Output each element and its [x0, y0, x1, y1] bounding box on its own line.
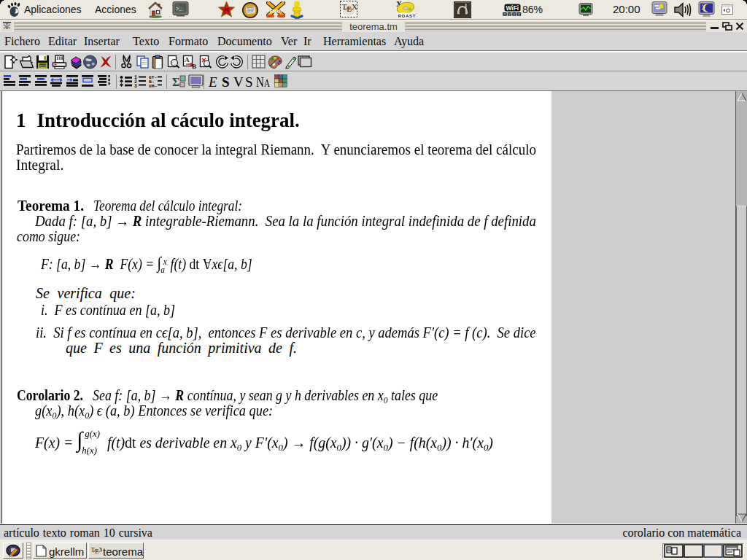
- svg-text:B: B: [192, 63, 196, 70]
- svg-text:US: US: [294, 9, 300, 14]
- svg-text:UM–: UM–: [149, 84, 157, 88]
- svg-text:Σ: Σ: [172, 76, 179, 88]
- svg-text:>_: >_: [176, 6, 182, 12]
- svg-text:EMU!: EMU!: [270, 9, 282, 14]
- svg-text:ROAST: ROAST: [398, 14, 417, 18]
- svg-text:A: A: [185, 56, 190, 63]
- svg-text:WiFi: WiFi: [506, 4, 519, 12]
- svg-text:3: 3: [134, 84, 137, 88]
